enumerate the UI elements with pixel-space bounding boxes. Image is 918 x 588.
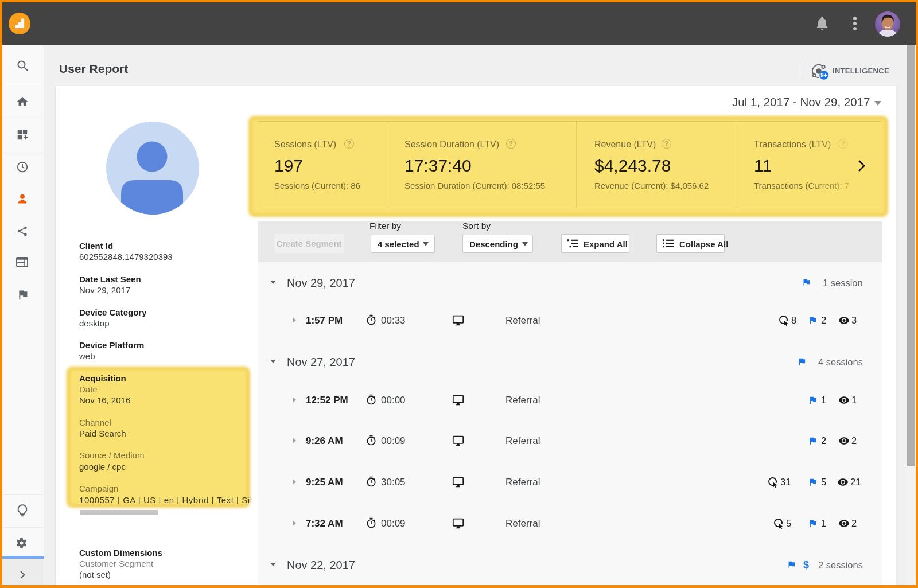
svg-text:9+: 9+ <box>820 72 827 79</box>
